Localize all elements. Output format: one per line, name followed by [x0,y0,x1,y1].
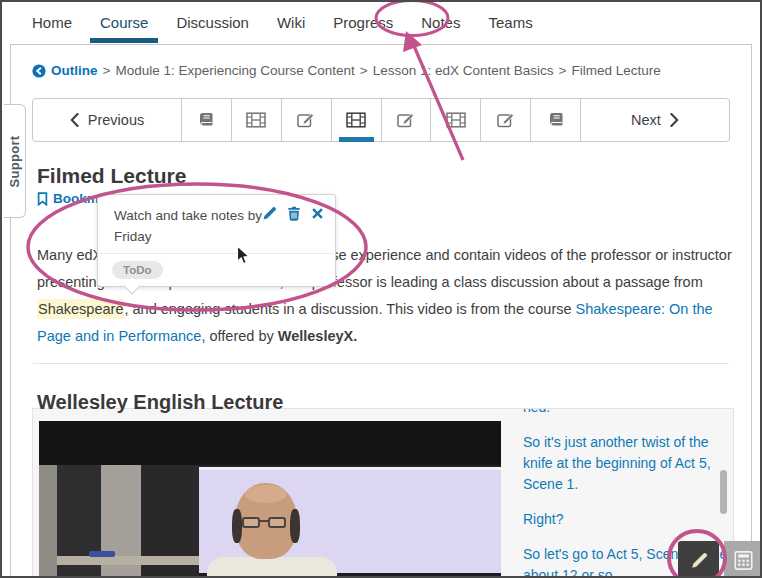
mouse-cursor-icon [236,245,252,271]
transcript-cue-clipped[interactable]: ried. [523,409,728,418]
sequence-unit-film[interactable] [231,99,281,141]
paragraph-line: Shakespeare, and engaging students in a … [37,296,737,323]
sequence-unit-edit[interactable] [381,99,431,141]
sequence-units [181,99,580,141]
sequence-unit-book[interactable] [530,99,580,141]
breadcrumb-item[interactable]: Lesson 1: edX Content Basics [373,63,554,78]
section-divider [33,363,729,364]
breadcrumb-outline-link[interactable]: Outline [51,63,98,78]
professor-hair [290,509,300,543]
bookmark-icon [37,192,48,206]
breadcrumb-separator: > [559,63,567,78]
pencil-icon [689,551,709,571]
previous-label: Previous [88,112,144,128]
breadcrumb-item[interactable]: Module 1: Experiencing Course Content [115,63,354,78]
transcript-cue[interactable]: So it's just another twist of the knife … [523,432,728,495]
page-title: Filmed Lecture [37,164,186,188]
tab-progress[interactable]: Progress [319,2,407,43]
video-unit-title: Wellesley English Lecture [37,391,283,414]
breadcrumb-trail: >Module 1: Experiencing Course Content>L… [98,63,661,78]
close-popup-icon[interactable] [311,207,324,220]
transcript-cue[interactable]: Right? [523,509,728,530]
edit-note-icon[interactable] [262,206,277,221]
calculator-icon [734,551,753,570]
chevron-right-icon [670,113,679,127]
edit-icon [297,112,315,128]
tab-teams[interactable]: Teams [474,2,546,43]
note-text: Watch and take notes by Friday [114,205,274,247]
professor-shirt [207,557,337,578]
breadcrumb-separator: > [360,63,368,78]
sequence-unit-edit[interactable] [480,99,530,141]
course-link[interactable]: Shakespeare: On the [576,301,713,317]
film-icon [446,112,466,128]
sequence-unit-edit[interactable] [281,99,331,141]
sequence-nav: Previous Next [32,98,730,142]
sequence-unit-film[interactable] [430,99,480,141]
breadcrumb: Outline >Module 1: Experiencing Course C… [32,63,740,78]
paragraph-text: , offered by [201,328,277,344]
professor-crown [245,485,287,503]
video-frame-scene [39,465,501,578]
chevron-left-icon [70,113,79,127]
video-chalk-tray [57,556,199,565]
note-popup-actions [262,206,324,221]
tab-course[interactable]: Course [86,2,162,43]
film-icon [346,112,366,128]
professor-head [235,483,297,559]
previous-button[interactable]: Previous [33,99,181,141]
course-link[interactable]: Page and in Performance [37,328,201,344]
video-unit: ried.So it's just another twist of the k… [32,408,734,578]
tab-discussion[interactable]: Discussion [162,2,263,43]
breadcrumb-separator: > [103,63,111,78]
delete-note-icon[interactable] [287,206,301,221]
sequence-unit-book[interactable] [181,99,231,141]
video-wall [39,465,57,578]
outline-back-icon [32,64,46,78]
professor-hair [232,509,242,543]
tab-notes[interactable]: Notes [407,2,474,43]
professor-glasses [242,517,290,528]
paragraph-bold-text: WellesleyX. [278,328,358,344]
edx-course-window: HomeCourseDiscussionWikiProgressNotesTea… [0,0,762,578]
sequence-unit-film-current[interactable] [331,99,381,141]
edit-icon [397,112,415,128]
popup-divider [99,253,334,254]
support-tab-label: Support [7,135,22,187]
notes-toggle-button[interactable] [678,541,719,578]
main-nav: HomeCourseDiscussionWikiProgressNotesTea… [2,2,760,43]
paragraph-text: , and engaging students in a discussion.… [124,301,575,317]
paragraph-line: Page and in Performance, offered by Well… [37,323,737,350]
tab-home[interactable]: Home [32,2,86,43]
video-eraser [89,551,115,557]
note-tag-badge: ToDo [112,261,163,279]
calculator-button[interactable] [724,541,762,578]
note-popup: Watch and take notes by Friday ToDo [97,194,336,287]
tab-wiki[interactable]: Wiki [263,2,319,43]
book-icon [547,112,565,128]
next-label: Next [631,112,661,128]
video-player[interactable] [39,421,501,578]
film-icon [246,112,266,128]
support-tab[interactable]: Support [4,104,26,218]
book-icon [197,112,215,128]
next-button[interactable]: Next [580,99,729,141]
transcript-scrollbar-thumb[interactable] [720,470,727,514]
breadcrumb-item[interactable]: Filmed Lecture [571,63,660,78]
note-highlight[interactable]: Shakespeare [37,299,124,319]
edit-icon [497,112,515,128]
